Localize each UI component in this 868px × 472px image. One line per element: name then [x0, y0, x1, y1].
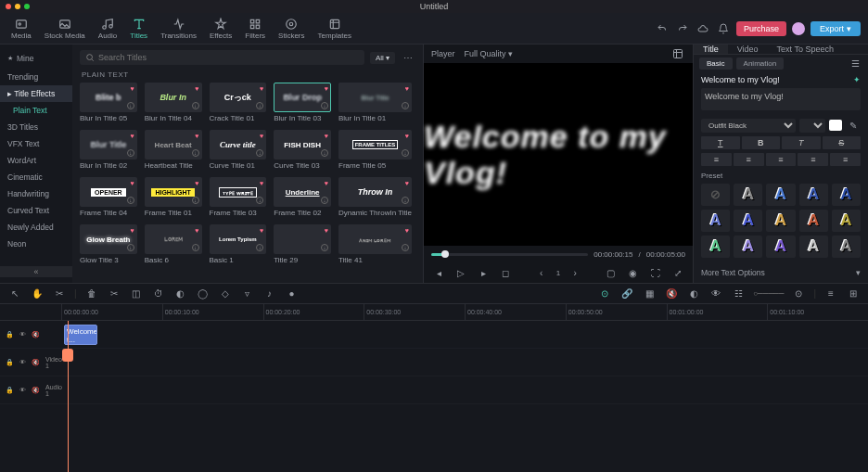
- tile-0[interactable]: ♥Blite b↓: [80, 83, 137, 112]
- menutab-stickers[interactable]: Stickers: [274, 16, 308, 42]
- tile-9[interactable]: ♥FRAME TITLES↓: [338, 130, 412, 159]
- settings-tool-icon[interactable]: ≡: [823, 287, 838, 301]
- mute-icon[interactable]: 🔇: [32, 331, 40, 338]
- preset-10[interactable]: A: [734, 236, 762, 258]
- download-icon[interactable]: ↓: [402, 102, 409, 109]
- preset-6[interactable]: A: [766, 210, 795, 232]
- clip[interactable]: Welcome t...: [64, 325, 97, 345]
- filter-dropdown[interactable]: All ▾: [370, 52, 395, 64]
- align-j-btn[interactable]: ≡: [798, 153, 828, 166]
- download-icon[interactable]: ↓: [192, 102, 199, 109]
- size-select[interactable]: 40: [799, 119, 825, 133]
- download-icon[interactable]: ↓: [321, 197, 328, 204]
- heart-icon[interactable]: ♥: [325, 85, 328, 92]
- sidebar-item-neon[interactable]: Neon: [0, 236, 72, 252]
- hand-tool-icon[interactable]: ✋: [30, 287, 45, 301]
- keyframe-tool-icon[interactable]: ◇: [218, 287, 233, 301]
- tile-18[interactable]: ♥↓: [274, 224, 331, 254]
- panel-tab-text-to-speech[interactable]: Text To Speech: [768, 45, 843, 54]
- download-icon[interactable]: ↓: [321, 102, 328, 109]
- track-label-0[interactable]: 🔒👁🔇: [0, 321, 61, 349]
- mute-icon[interactable]: 🔇: [32, 387, 40, 394]
- tile-13[interactable]: ♥Underline↓: [274, 177, 331, 207]
- tile-15[interactable]: ♥Glow Breath↓: [80, 224, 137, 254]
- preset-11[interactable]: A: [766, 236, 795, 258]
- fullscreen-icon[interactable]: ⤢: [670, 265, 685, 280]
- subtab-basic[interactable]: Basic: [699, 57, 733, 70]
- record-icon[interactable]: ●: [285, 287, 300, 301]
- eye-icon[interactable]: 👁: [19, 331, 26, 338]
- heart-icon[interactable]: ♥: [195, 133, 198, 139]
- track-row-1[interactable]: [61, 349, 868, 376]
- panel-tab-title[interactable]: Title: [694, 45, 728, 54]
- preset-8[interactable]: A: [832, 210, 861, 232]
- fit-icon[interactable]: ⊞: [846, 287, 861, 301]
- mask-icon[interactable]: ◯: [196, 287, 211, 301]
- heart-icon[interactable]: ♥: [325, 133, 328, 139]
- trash-icon[interactable]: 🗑: [84, 287, 99, 301]
- download-icon[interactable]: ↓: [402, 244, 409, 251]
- tile-16[interactable]: ♥ʟᴏʀᴇᴍ↓: [145, 224, 202, 254]
- heart-icon[interactable]: ♥: [405, 85, 409, 92]
- download-icon[interactable]: ↓: [402, 149, 409, 157]
- color-swatch[interactable]: [829, 120, 842, 131]
- sidebar-item-newly-added[interactable]: Newly Added: [0, 219, 72, 236]
- track-row-2[interactable]: [61, 376, 868, 404]
- play-icon[interactable]: ▷: [453, 265, 468, 280]
- sidebar-mine[interactable]: Mine: [0, 50, 72, 67]
- next-frame-icon[interactable]: ▸: [476, 265, 491, 280]
- heart-icon[interactable]: ♥: [131, 227, 134, 234]
- tile-10[interactable]: ♥OPENER↓: [80, 177, 137, 207]
- page-next-icon[interactable]: ›: [568, 265, 582, 280]
- preset-2[interactable]: A: [799, 184, 828, 206]
- menutab-titles[interactable]: Titles: [126, 16, 151, 42]
- font-select[interactable]: Outfit Black: [701, 119, 796, 133]
- marker-tool-icon[interactable]: ▿: [240, 287, 255, 301]
- heart-icon[interactable]: ♥: [131, 85, 134, 92]
- lock-icon[interactable]: ▦: [642, 287, 657, 301]
- heart-icon[interactable]: ♥: [195, 85, 198, 92]
- download-icon[interactable]: ↓: [192, 244, 199, 251]
- sidebar-collapse[interactable]: «: [0, 266, 72, 277]
- quality-dropdown[interactable]: Full Quality ▾: [465, 49, 514, 58]
- download-icon[interactable]: ↓: [192, 197, 199, 204]
- screenshot-icon[interactable]: ▢: [604, 265, 619, 280]
- heart-icon[interactable]: ♥: [260, 227, 263, 234]
- export-button[interactable]: Export▾: [811, 21, 861, 36]
- close-window[interactable]: [6, 4, 11, 9]
- maximize-window[interactable]: [24, 4, 30, 9]
- eye-tool-icon[interactable]: 👁: [708, 287, 723, 301]
- track-label-2[interactable]: 🔒👁🔇Audio 1: [0, 376, 61, 404]
- tile-5[interactable]: ♥Blur Title↓: [80, 130, 137, 159]
- eyedropper-icon[interactable]: ✎: [846, 118, 861, 133]
- valign-btn[interactable]: ≡: [830, 153, 861, 166]
- menutab-filters[interactable]: Filters: [241, 16, 269, 42]
- panel-menu-icon[interactable]: ☰: [848, 56, 862, 70]
- sidebar-item-vfx-text[interactable]: VFX Text: [0, 135, 72, 152]
- preset-13[interactable]: A: [832, 236, 861, 258]
- tile-14[interactable]: ♥Throw In↓: [338, 177, 412, 207]
- detach-audio-icon[interactable]: ♪: [262, 287, 277, 301]
- sidebar-item-cinematic[interactable]: Cinematic: [0, 169, 72, 185]
- crop-tool-icon[interactable]: ◫: [129, 287, 144, 301]
- track-row-0[interactable]: Welcome t...: [61, 321, 868, 349]
- sidebar-item-wordart[interactable]: WordArt: [0, 152, 72, 169]
- download-icon[interactable]: ↓: [127, 197, 134, 204]
- undo-icon[interactable]: [655, 21, 670, 36]
- download-icon[interactable]: ↓: [127, 244, 134, 251]
- tile-17[interactable]: ♥Lorem Typism↓: [210, 224, 267, 254]
- crop-icon[interactable]: ⛶: [648, 265, 663, 280]
- sidebar-item-plain-text[interactable]: Plain Text: [0, 102, 72, 119]
- notification-icon[interactable]: [716, 21, 731, 36]
- tile-19[interactable]: ♥ᴀɴɪᴍ ʟᴏʀᴇᴍ↓: [338, 224, 412, 254]
- lock-icon[interactable]: 🔒: [6, 359, 14, 366]
- color-icon[interactable]: ◐: [173, 287, 188, 301]
- heart-icon[interactable]: ♥: [195, 227, 198, 234]
- preset-7[interactable]: A: [799, 210, 828, 232]
- toggle-icon[interactable]: ◐: [686, 287, 701, 301]
- speed-icon[interactable]: ⏱: [151, 287, 166, 301]
- tile-11[interactable]: ♥HIGHLIGHT↓: [145, 177, 202, 207]
- download-icon[interactable]: ↓: [127, 149, 134, 157]
- search-input[interactable]: [98, 53, 359, 62]
- menutab-media[interactable]: Media: [7, 16, 35, 42]
